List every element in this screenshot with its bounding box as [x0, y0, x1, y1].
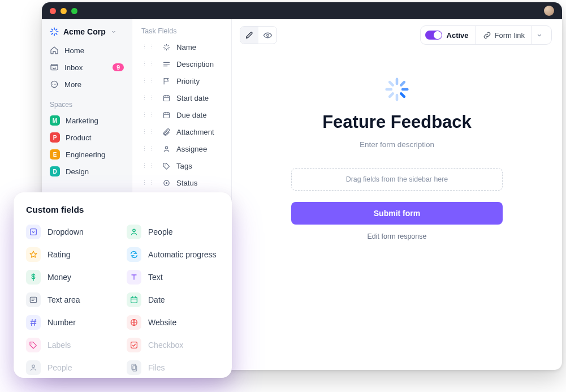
- calendar-icon: [162, 111, 171, 119]
- tag-icon: [162, 162, 171, 170]
- more-icon: [50, 80, 59, 89]
- task-field-description[interactable]: ⋮⋮ Description: [132, 55, 231, 72]
- loop-icon: [127, 247, 141, 262]
- preview-mode-button[interactable]: [258, 27, 276, 44]
- drag-handle-icon[interactable]: ⋮⋮: [141, 128, 156, 136]
- task-field-name[interactable]: ⋮⋮ Name: [132, 38, 231, 55]
- tag-icon: [26, 338, 41, 352]
- task-field-assignee[interactable]: ⋮⋮ Assignee: [132, 140, 231, 157]
- sidebar-space-product[interactable]: P Product: [42, 129, 132, 146]
- form-description-placeholder[interactable]: Enter form description: [360, 140, 434, 149]
- inbox-icon: [50, 63, 59, 72]
- task-field-due date[interactable]: ⋮⋮ Due date: [132, 106, 231, 123]
- title-bar: [42, 2, 562, 19]
- option-label: People: [148, 227, 173, 236]
- calendar-icon: [162, 94, 171, 102]
- text-t-icon: [127, 270, 141, 285]
- drag-handle-icon[interactable]: ⋮⋮: [141, 145, 156, 153]
- person-icon: [26, 360, 41, 375]
- custom-field-option-people[interactable]: People: [127, 223, 219, 241]
- close-window-button[interactable]: [50, 8, 56, 14]
- sidebar-space-marketing[interactable]: M Marketing: [42, 112, 132, 129]
- drag-handle-icon[interactable]: ⋮⋮: [141, 44, 156, 51]
- person-icon: [162, 145, 171, 153]
- field-label: Attachment: [176, 128, 214, 136]
- nav-home[interactable]: Home: [42, 42, 132, 59]
- workspace-switcher[interactable]: Acme Corp: [42, 19, 132, 42]
- field-label: Name: [176, 43, 196, 51]
- submit-form-button[interactable]: Submit form: [291, 202, 503, 225]
- inbox-badge-count: 9: [113, 63, 124, 71]
- window-controls: [50, 8, 77, 14]
- form-title[interactable]: Feature Feedback: [322, 112, 472, 132]
- drag-handle-icon[interactable]: ⋮⋮: [141, 162, 156, 170]
- custom-field-option-checkbox[interactable]: Checkbox: [127, 336, 219, 354]
- active-label: Active: [442, 26, 476, 44]
- custom-field-option-number[interactable]: Number: [26, 313, 119, 331]
- option-label: Text area: [47, 295, 80, 304]
- task-field-tags[interactable]: ⋮⋮ Tags: [132, 157, 231, 174]
- task-field-status[interactable]: ⋮⋮ Status: [132, 174, 231, 191]
- custom-field-option-date[interactable]: Date: [127, 291, 219, 309]
- edit-form-response-link[interactable]: Edit form response: [368, 232, 427, 240]
- flag-icon: [162, 77, 171, 85]
- form-canvas: Active Form link Feature Feedback Enter …: [232, 19, 562, 370]
- star-icon: [26, 247, 41, 262]
- spaces-heading: Spaces: [42, 93, 132, 112]
- field-label: Description: [176, 60, 214, 68]
- custom-field-option-website[interactable]: Website: [127, 313, 219, 331]
- field-drop-zone[interactable]: Drag fields from the sidebar here: [291, 168, 503, 191]
- space-chip: P: [50, 132, 60, 143]
- custom-field-option-people[interactable]: People: [26, 359, 119, 377]
- custom-field-option-dropdown[interactable]: Dropdown: [26, 223, 119, 241]
- form-status-group: Active Form link: [420, 25, 552, 45]
- active-toggle[interactable]: [425, 31, 442, 40]
- form-link-button[interactable]: Form link: [476, 26, 532, 44]
- drag-handle-icon[interactable]: ⋮⋮: [141, 61, 156, 68]
- option-label: Number: [47, 318, 76, 327]
- custom-field-option-money[interactable]: Money: [26, 268, 119, 286]
- option-label: Files: [148, 363, 165, 372]
- custom-field-option-text area[interactable]: Text area: [26, 291, 119, 309]
- nav-more[interactable]: More: [42, 76, 132, 93]
- option-label: Automatic progress: [148, 250, 217, 259]
- task-field-start date[interactable]: ⋮⋮ Start date: [132, 89, 231, 106]
- person-icon: [127, 225, 141, 239]
- sidebar-space-engineering[interactable]: E Engineering: [42, 146, 132, 163]
- custom-field-option-labels[interactable]: Labels: [26, 336, 119, 354]
- edit-mode-button[interactable]: [240, 27, 258, 44]
- option-label: Dropdown: [47, 227, 84, 236]
- user-avatar[interactable]: [544, 6, 554, 16]
- form-link-menu-button[interactable]: [532, 31, 547, 39]
- zoom-window-button[interactable]: [71, 8, 77, 14]
- field-label: Tags: [176, 162, 192, 170]
- files-icon: [127, 360, 141, 375]
- option-label: Text: [148, 273, 163, 282]
- chevron-down-icon: [535, 31, 543, 39]
- link-icon: [483, 31, 491, 40]
- task-field-attachment[interactable]: ⋮⋮ Attachment: [132, 123, 231, 140]
- space-label: Marketing: [66, 117, 98, 125]
- option-label: Website: [148, 318, 176, 327]
- mode-switch: [240, 26, 277, 44]
- space-chip: D: [50, 166, 60, 176]
- sparkle-icon: [162, 43, 171, 51]
- nav-inbox[interactable]: Inbox 9: [42, 59, 132, 76]
- status-icon: [162, 179, 171, 187]
- calendar-icon: [127, 292, 141, 307]
- custom-field-option-text[interactable]: Text: [127, 268, 219, 286]
- custom-field-option-rating[interactable]: Rating: [26, 245, 119, 264]
- custom-field-option-files[interactable]: Files: [127, 359, 219, 377]
- drag-handle-icon[interactable]: ⋮⋮: [141, 94, 156, 102]
- custom-field-option-automatic progress[interactable]: Automatic progress: [127, 245, 219, 264]
- attachment-icon: [162, 128, 171, 136]
- textarea-icon: [26, 292, 41, 307]
- drag-handle-icon[interactable]: ⋮⋮: [141, 111, 156, 119]
- task-field-priority[interactable]: ⋮⋮ Priority: [132, 72, 231, 89]
- drag-handle-icon[interactable]: ⋮⋮: [141, 77, 156, 85]
- sidebar-space-design[interactable]: D Design: [42, 163, 132, 180]
- minimize-window-button[interactable]: [61, 8, 67, 14]
- space-chip: E: [50, 149, 60, 160]
- drag-handle-icon[interactable]: ⋮⋮: [141, 179, 156, 187]
- option-label: Date: [148, 295, 165, 304]
